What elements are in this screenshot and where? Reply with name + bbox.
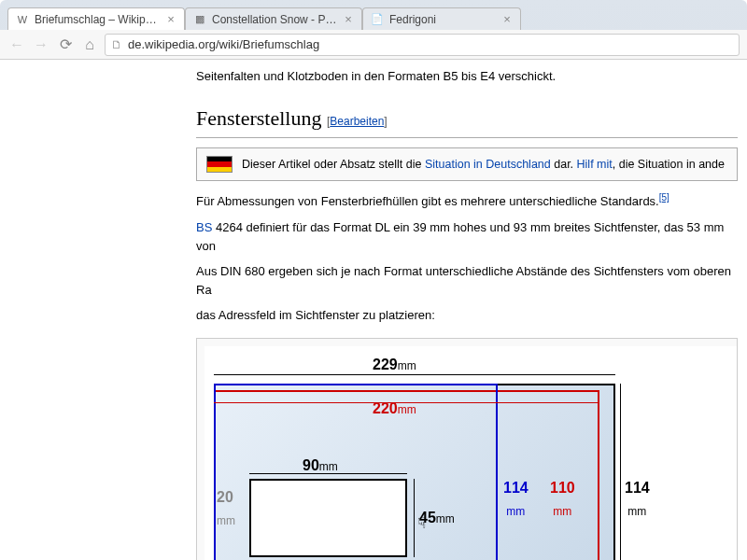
section-heading: Fensterstellung [Bearbeiten] <box>196 103 738 138</box>
dim-line <box>620 384 621 560</box>
reload-button[interactable]: ⟳ <box>56 35 75 54</box>
bracket: ] <box>384 115 387 128</box>
diagram-container: 229mm 220mm 90mm 45mm 20mm ↕15mm 11 <box>196 338 738 560</box>
paragraph: BS 4264 definiert für das Format DL ein … <box>196 218 738 255</box>
dim-220: 220mm <box>373 398 416 420</box>
dim-229: 229mm <box>373 354 416 376</box>
favicon-generic: 📄 <box>371 13 384 26</box>
text: , die Situation in ande <box>613 158 725 171</box>
paragraph: Aus DIN 680 ergeben sich je nach Format … <box>196 262 738 299</box>
text: 4264 definiert für das Format DL ein 39 … <box>196 220 724 253</box>
text: dar. <box>551 158 577 171</box>
edit-link[interactable]: Bearbeiten <box>330 115 384 128</box>
favicon-wikipedia: W <box>16 13 29 26</box>
dim-20: 20mm <box>217 486 235 531</box>
toolbar: ← → ⟳ ⌂ 🗋 de.wikipedia.org/wiki/Briefums… <box>0 30 747 60</box>
dim-114-blue: 114mm <box>503 477 529 522</box>
back-button[interactable]: ← <box>7 35 26 54</box>
tabs-bar: W Briefumschlag – Wikipedia × ▩ Constell… <box>0 0 747 30</box>
browser-window: W Briefumschlag – Wikipedia × ▩ Constell… <box>0 0 747 560</box>
germany-flag-icon <box>206 156 233 173</box>
text: Dieser Artikel oder Absatz stellt die <box>242 158 425 171</box>
url-text: de.wikipedia.org/wiki/Briefumschlag <box>128 37 319 51</box>
dim-line <box>414 479 415 557</box>
article-body: Seitenfalten und Klotzboden in den Forma… <box>187 67 747 560</box>
home-button[interactable]: ⌂ <box>80 35 99 54</box>
tab-title: Fedrigoni <box>389 13 496 26</box>
paragraph: Für Abmessungen von Fensterbriefhüllen g… <box>196 190 738 211</box>
address-bar[interactable]: 🗋 de.wikipedia.org/wiki/Briefumschlag <box>105 34 740 56</box>
forward-button[interactable]: → <box>32 35 50 54</box>
envelope-diagram[interactable]: 229mm 220mm 90mm 45mm 20mm ↕15mm 11 <box>204 346 737 560</box>
paragraph: Seitenfalten und Klotzboden in den Forma… <box>196 67 738 86</box>
dim-110: 110mm <box>550 477 575 522</box>
envelope-window <box>249 479 407 557</box>
close-icon[interactable]: × <box>343 14 354 25</box>
reference-link[interactable]: [5] <box>659 192 669 203</box>
tab-constellation[interactable]: ▩ Constellation Snow - Pape × <box>185 7 362 30</box>
tab-title: Constellation Snow - Pape <box>212 13 337 26</box>
text: Für Abmessungen von Fensterbriefhüllen g… <box>196 195 659 209</box>
close-icon[interactable]: × <box>501 14 513 25</box>
notice-text: Dieser Artikel oder Absatz stellt die Si… <box>242 156 725 174</box>
heading-text: Fensterstellung <box>196 106 321 130</box>
dim-90: 90mm <box>303 455 338 477</box>
favicon-generic: ▩ <box>193 13 206 26</box>
bs-link[interactable]: BS <box>196 220 212 234</box>
page-content: Seitenfalten und Klotzboden in den Forma… <box>0 60 747 560</box>
situation-link[interactable]: Situation in Deutschland <box>425 158 551 171</box>
dim-114-black: 114mm <box>625 477 650 522</box>
page-icon: 🗋 <box>111 38 122 51</box>
tab-title: Briefumschlag – Wikipedia <box>35 13 160 26</box>
tab-wikipedia[interactable]: W Briefumschlag – Wikipedia × <box>7 7 185 30</box>
help-link[interactable]: Hilf mit <box>577 158 613 171</box>
country-notice: Dieser Artikel oder Absatz stellt die Si… <box>196 147 738 182</box>
dim-45: 45mm <box>419 507 455 529</box>
paragraph: das Adressfeld im Sichtfenster zu platzi… <box>196 306 738 325</box>
close-icon[interactable]: × <box>165 14 176 25</box>
tab-fedrigoni[interactable]: 📄 Fedrigoni × <box>362 7 521 30</box>
